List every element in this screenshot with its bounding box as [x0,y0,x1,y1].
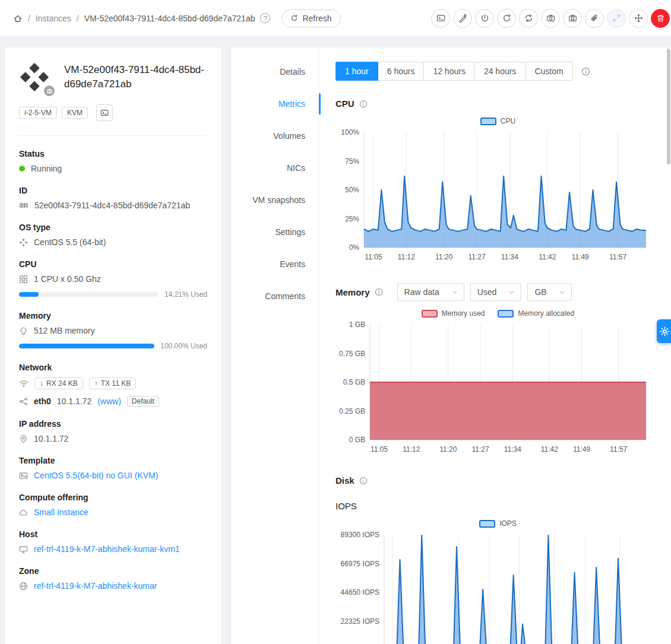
offering-link[interactable]: Small Instance [34,507,88,517]
metric-select[interactable]: Used [470,283,522,301]
range-custom[interactable]: Custom [525,62,572,81]
ip-value: 10.1.1.72 [34,434,68,443]
legend-label: CPU [501,117,515,125]
action-toolbar [428,9,670,28]
attach-iso-button[interactable] [585,9,604,28]
chart-legend: IOPS [336,519,660,528]
svg-text:11:20: 11:20 [435,253,452,261]
help-icon[interactable]: ? [260,13,270,23]
aggregation-value: Raw data [404,287,439,297]
tab-nics[interactable]: NICs [231,152,319,184]
tab-settings[interactable]: Settings [231,216,319,248]
chevron-down-icon [559,289,565,296]
nic-ip: 10.1.1.72 [57,396,91,406]
console-button[interactable] [431,9,450,28]
camera-solid-icon [568,14,577,23]
cpu-icon [19,275,28,284]
range-24-hours[interactable]: 24 hours [474,62,526,81]
change-icon-button[interactable] [44,85,55,96]
tab-events[interactable]: Events [231,248,319,280]
host-link[interactable]: ref-trl-4119-k-M7-abhishek-kumar-kvm1 [34,544,180,554]
memory-used-label: 100.00% Used [160,342,207,350]
id-value: 52e00f43-7911-4dc4-85bd-d69de7a721ab [34,201,190,210]
migrate-icon [634,14,643,23]
instance-info-panel: VM-52e00f43-7911-4dc4-85bd-d69de7a721ab … [5,47,221,644]
reinstall-button[interactable] [519,9,538,28]
range-1-hour[interactable]: 1 hour [336,62,378,81]
unit-select[interactable]: GB [527,283,571,301]
legend-swatch [479,520,495,528]
tab-details[interactable]: Details [231,56,319,88]
pin-icon [19,434,28,443]
info-icon[interactable] [581,67,590,76]
field-ip: IP address 10.1.1.72 [19,419,207,443]
breadcrumb-separator: / [28,14,30,23]
instance-title: VM-52e00f43-7911-4dc4-85bd-d69de7a721ab [64,63,205,93]
scale-button [607,9,626,28]
top-header: / Instances / VM-52e00f43-7911-4dc4-85bd… [0,0,671,37]
iops-chart-canvas: 11:0511:1211:2011:2711:3411:4211:4911:57… [336,530,653,644]
tab-vm-snapshots[interactable]: VM snapshots [231,184,319,216]
field-os-type: OS type CentOS 5.5 (64-bit) [19,223,207,247]
memory-progress-bar [19,344,154,348]
stop-button[interactable] [475,9,494,28]
legend-item[interactable]: Memory allocated [498,309,574,318]
svg-text:0 GB: 0 GB [349,436,365,444]
breadcrumb-instances[interactable]: Instances [36,14,71,23]
arrow-down-icon: ↓ [40,379,43,388]
info-icon[interactable] [359,477,368,485]
scrollbar-thumb[interactable] [667,49,670,164]
field-label: Network [19,363,207,372]
legend-item[interactable]: IOPS [479,519,517,528]
range-12-hours[interactable]: 12 hours [423,62,474,81]
refresh-icon [290,14,298,22]
field-memory: Memory 512 MB memory 100.00% Used [19,311,207,350]
divider [19,135,207,136]
network-link[interactable]: (www) [97,396,121,406]
page-body: VM-52e00f43-7911-4dc4-85bd-d69de7a721ab … [0,37,671,644]
aggregation-select[interactable]: Raw data [397,283,464,301]
legend-label: Memory used [442,309,485,318]
refresh-button[interactable]: Refresh [281,9,340,27]
chevron-down-icon [508,289,515,296]
host-icon [19,545,28,554]
chevron-down-icon [451,289,458,296]
svg-text:11:27: 11:27 [471,445,489,453]
reboot-button[interactable] [497,9,516,28]
legend-item[interactable]: Memory used [422,309,485,318]
field-compute-offering: Compute offering Small Instance [19,493,207,517]
console-icon [100,109,109,117]
svg-text:0.25 GB: 0.25 GB [339,407,365,415]
trash-icon [656,14,665,23]
svg-text:11:20: 11:20 [439,445,457,453]
legend-item[interactable]: CPU [480,117,515,125]
snapshot-button[interactable] [541,9,560,28]
memory-value: 512 MB memory [34,326,95,335]
internal-name-tag: i-2-5-VM [19,107,57,119]
edit-button[interactable] [453,9,472,28]
rx-button[interactable]: ↓RX 24 KB [34,377,83,389]
field-label: Host [19,529,207,539]
tx-button[interactable]: ↑TX 11 KB [89,377,136,389]
svg-text:75%: 75% [345,157,359,166]
open-console-button[interactable] [96,104,113,121]
tab-metrics[interactable]: Metrics [231,88,319,120]
svg-text:11:05: 11:05 [365,253,382,261]
barcode-icon [19,201,29,210]
volume-snapshot-button[interactable] [563,9,582,28]
zone-link[interactable]: ref-trl-4119-k-M7-abhishek-kumar [34,581,157,591]
rx-label: RX 24 KB [46,379,78,388]
range-6-hours[interactable]: 6 hours [378,62,425,81]
field-cpu: CPU 1 CPU x 0.50 Ghz 14.21% Used [19,259,207,299]
template-link[interactable]: CentOS 5.5(64-bit) no GUI (KVM) [34,471,158,480]
info-icon[interactable] [359,100,368,108]
field-label: Compute offering [19,493,207,502]
tab-comments[interactable]: Comments [231,280,319,312]
tab-volumes[interactable]: Volumes [231,120,319,152]
default-tag: Default [127,396,159,407]
migrate-button[interactable] [629,9,648,28]
memory-heading-label: Memory [336,287,370,297]
info-icon[interactable] [375,288,383,296]
home-icon[interactable] [13,14,23,23]
field-label: ID [19,186,207,195]
